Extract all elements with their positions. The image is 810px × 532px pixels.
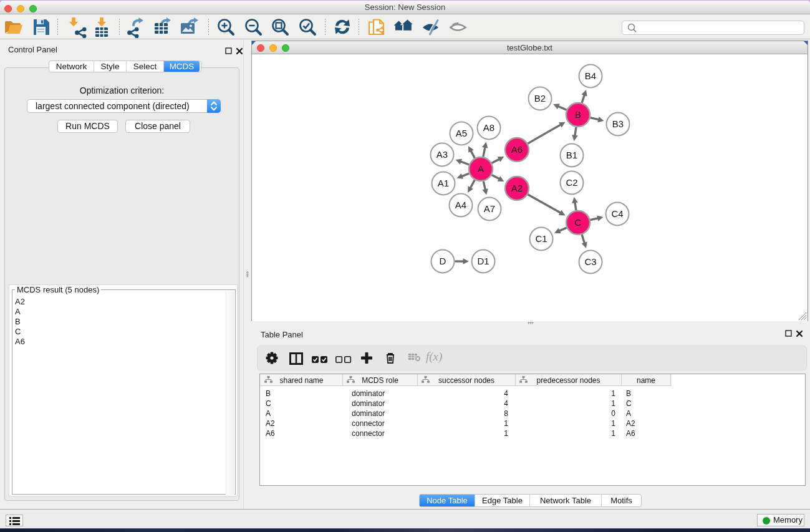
svg-text:A6: A6: [511, 144, 523, 155]
svg-text:B: B: [575, 109, 581, 120]
svg-text:C3: C3: [584, 256, 596, 267]
svg-text:A4: A4: [455, 200, 466, 210]
svg-text:C4: C4: [611, 208, 623, 219]
svg-text:B4: B4: [585, 70, 596, 81]
svg-text:B3: B3: [612, 118, 624, 129]
svg-text:C2: C2: [566, 177, 577, 188]
svg-text:C1: C1: [535, 233, 547, 244]
svg-text:A1: A1: [438, 178, 449, 188]
svg-text:B2: B2: [534, 93, 546, 104]
svg-text:A5: A5: [456, 128, 467, 138]
svg-text:A2: A2: [511, 183, 523, 193]
svg-text:A7: A7: [484, 203, 495, 214]
svg-text:C: C: [575, 217, 582, 228]
svg-text:B1: B1: [566, 150, 577, 160]
svg-text:A8: A8: [483, 122, 494, 133]
svg-text:D1: D1: [477, 256, 489, 266]
svg-text:D: D: [440, 256, 446, 266]
svg-text:A: A: [478, 163, 484, 174]
svg-text:A3: A3: [436, 149, 448, 160]
